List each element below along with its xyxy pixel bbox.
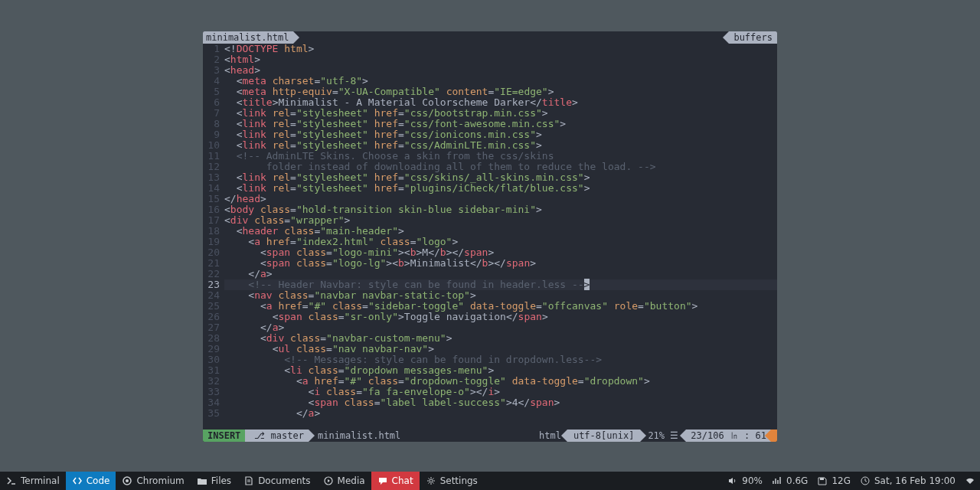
code-area[interactable]: 1234567891011121314151617181920212223242… (203, 44, 777, 430)
chromium-icon (122, 475, 132, 486)
gear-icon (426, 475, 436, 486)
disk-icon (817, 475, 828, 486)
chart-icon (772, 475, 782, 486)
taskbar-label: Chromium (136, 475, 184, 486)
wifi-icon (965, 475, 975, 486)
taskbar-label: 90% (742, 475, 763, 486)
line-gutter: 1234567891011121314151617181920212223242… (203, 44, 224, 430)
percent: 21% ☰ (640, 430, 686, 441)
branch-icon: ⎇ (254, 430, 270, 441)
taskbar-label: Files (211, 475, 231, 486)
taskbar-label: Terminal (21, 475, 60, 486)
taskbar: TerminalCodeChromiumFilesDocumentsMediaC… (0, 472, 980, 490)
taskbar-label: Settings (440, 475, 478, 486)
taskbar-chat[interactable]: Chat (371, 472, 420, 490)
taskbar-label: Sat, 16 Feb 19:00 (874, 475, 956, 486)
volume-icon (727, 475, 738, 486)
doc-icon (243, 475, 254, 486)
taskbar-code[interactable]: Code (66, 472, 116, 490)
mode-indicator: INSERT (203, 430, 245, 442)
svg-rect-4 (820, 478, 824, 480)
lint-indicator (771, 430, 777, 442)
taskbar-12g[interactable]: 12G (812, 472, 855, 490)
encoding: utf-8[unix] (567, 430, 640, 442)
statusline-filename: minimalist.html (309, 430, 405, 442)
taskbar-label: Chat (392, 475, 413, 486)
taskbar-files[interactable]: Files (191, 472, 237, 490)
position: 23/106 ㏑ : 61 (686, 430, 771, 442)
code-content[interactable]: <!DOCTYPE html><html><head> <meta charse… (224, 44, 777, 430)
taskbar-sat, 16 feb 19:00[interactable]: Sat, 16 Feb 19:00 (855, 472, 960, 490)
taskbar-settings[interactable]: Settings (420, 472, 484, 490)
taskbar-media[interactable]: Media (317, 472, 371, 490)
media-icon (323, 475, 334, 486)
taskbar-chromium[interactable]: Chromium (116, 472, 190, 490)
buffers-button[interactable]: buffers (729, 31, 777, 44)
taskbar-90%[interactable]: 90% (723, 472, 767, 490)
taskbar-documents[interactable]: Documents (237, 472, 316, 490)
taskbar-[interactable] (960, 472, 980, 490)
taskbar-label: Code (87, 475, 110, 486)
clock-icon (860, 475, 871, 486)
branch-name: master (271, 430, 304, 441)
tabline: minimalist.html buffers (203, 31, 777, 44)
chat-icon (377, 475, 388, 486)
taskbar-label: 12G (831, 475, 851, 486)
svg-point-3 (430, 479, 433, 482)
terminal-icon (6, 475, 17, 486)
taskbar-terminal[interactable]: Terminal (0, 472, 66, 490)
editor-window: minimalist.html buffers 1234567891011121… (203, 31, 777, 442)
code-icon (72, 475, 83, 486)
svg-point-1 (126, 479, 129, 482)
taskbar-0.6g[interactable]: 0.6G (767, 472, 812, 490)
taskbar-label: Documents (258, 475, 310, 486)
buffer-tab[interactable]: minimalist.html (203, 31, 293, 44)
taskbar-label: Media (338, 475, 365, 486)
taskbar-label: 0.6G (786, 475, 808, 486)
statusline: INSERT ⎇ master minimalist.html html utf… (203, 430, 777, 442)
folder-icon (197, 475, 207, 486)
git-branch: ⎇ master (245, 430, 309, 442)
